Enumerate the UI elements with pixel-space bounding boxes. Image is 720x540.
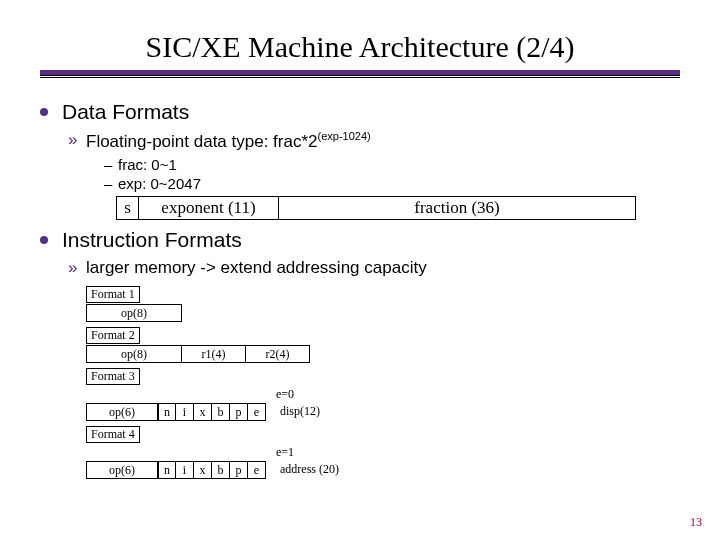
f4-i: i <box>176 461 194 479</box>
f3-i: i <box>176 403 194 421</box>
content-area: Data Formats Floating-point data type: f… <box>40 100 680 479</box>
slide-title: SIC/XE Machine Architecture (2/4) <box>40 30 680 64</box>
f3-e: e <box>248 403 266 421</box>
slide: SIC/XE Machine Architecture (2/4) Data F… <box>0 0 720 540</box>
format3-row: op(6) n i x b p e disp(12) <box>86 403 546 421</box>
f4-x: x <box>194 461 212 479</box>
format2-label: Format 2 <box>86 327 140 344</box>
title-rule-thin <box>40 77 680 78</box>
format4-row: op(6) n i x b p e address (20) <box>86 461 546 479</box>
page-number: 13 <box>690 515 702 530</box>
f2-op: op(8) <box>86 345 182 363</box>
f3-disp: disp(12) <box>272 403 404 421</box>
item-exp-range: exp: 0~2047 <box>104 175 680 192</box>
section-instruction-formats: Instruction Formats <box>40 228 680 252</box>
float-field-exponent: exponent (11) <box>138 196 278 220</box>
float-field-s: s <box>116 196 138 220</box>
f3-op: op(6) <box>86 403 158 421</box>
item-frac-range: frac: 0~1 <box>104 156 680 173</box>
format4-label: Format 4 <box>86 426 140 443</box>
item-floating-point: Floating-point data type: frac*2(exp-102… <box>68 130 680 152</box>
f4-b: b <box>212 461 230 479</box>
f2-r2: r2(4) <box>246 345 310 363</box>
float-layout-diagram: s exponent (11) fraction (36) <box>116 196 636 220</box>
format4-e-flag: e=1 <box>276 445 546 460</box>
format3-e-flag: e=0 <box>276 387 546 402</box>
f3-b: b <box>212 403 230 421</box>
format1-label: Format 1 <box>86 286 140 303</box>
f1-op: op(8) <box>86 304 182 322</box>
f4-address: address (20) <box>272 461 460 479</box>
f3-n: n <box>158 403 176 421</box>
format2-row: op(8) r1(4) r2(4) <box>86 345 546 363</box>
instruction-formats-diagram: Format 1 op(8) Format 2 op(8) r1(4) r2(4… <box>86 284 546 479</box>
f3-x: x <box>194 403 212 421</box>
f4-e: e <box>248 461 266 479</box>
title-rule <box>40 70 680 76</box>
f2-r1: r1(4) <box>182 345 246 363</box>
fp-text: Floating-point data type: frac*2 <box>86 132 318 151</box>
float-field-fraction: fraction (36) <box>278 196 636 220</box>
format3-label: Format 3 <box>86 368 140 385</box>
format1-row: op(8) <box>86 304 546 322</box>
f4-op: op(6) <box>86 461 158 479</box>
section-data-formats: Data Formats <box>40 100 680 124</box>
f4-p: p <box>230 461 248 479</box>
f3-p: p <box>230 403 248 421</box>
f4-n: n <box>158 461 176 479</box>
fp-exponent-sup: (exp-1024) <box>318 130 371 142</box>
item-larger-memory: larger memory -> extend addressing capac… <box>68 258 680 278</box>
